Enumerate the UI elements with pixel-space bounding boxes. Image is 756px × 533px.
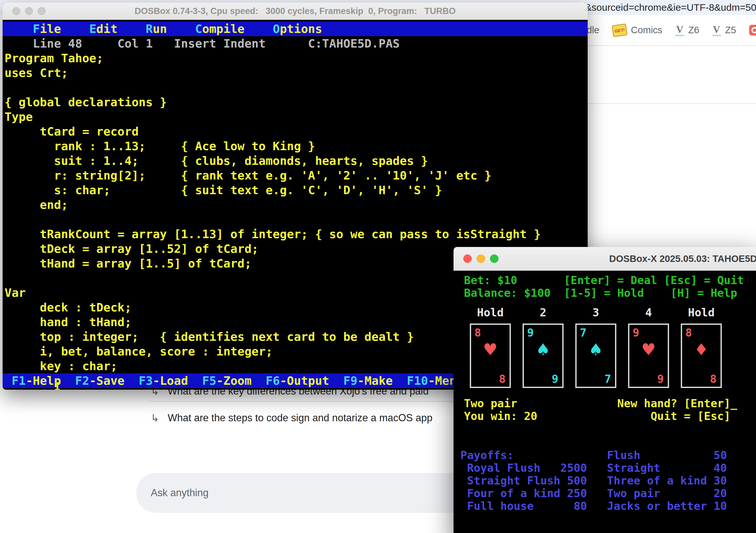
menu-options[interactable]: Options [273,22,322,36]
payoff-table: Payoffs: Flush 50 Royal Flush 2500 Strai… [460,449,727,513]
v-favicon-icon: V [713,24,721,36]
tp-status-line: Line 48 Col 1 Insert Indent C:TAHOE5D.PA… [5,36,400,51]
fkey-f9[interactable]: F9-Make [343,374,393,387]
playing-card-8-hold: 8♦8 [681,323,722,388]
menu-run[interactable]: Run [146,22,167,36]
divider [587,45,756,46]
fkey-f6[interactable]: F6-Output [266,374,329,387]
game-hud: Bet: $10 [Enter] = Deal [Esc] = Quit Bal… [464,274,744,299]
card-slot-label: 2 [523,306,564,319]
divider [587,103,756,104]
bookmark-label: Comics [631,25,662,36]
dosbox-title: DOSBox 0.74-3-3, Cpu speed: 3000 cycles,… [3,3,588,19]
v-favicon-icon: V [675,24,684,36]
card-rank: 9 [552,372,558,385]
bookmark-comics[interactable]: GET!Comics [612,24,662,36]
suit-icon: ♥ [483,340,498,359]
card-rank: 8 [710,372,716,385]
url-text[interactable]: &sourceid=chrome&ie=UTF-8&udm=50& [585,2,756,13]
minimize-button[interactable] [477,254,485,263]
suit-icon: ♠ [589,340,603,359]
playing-card-8-hold: 8♥8 [470,323,511,388]
dosboxx-window: DOSBox-X 2025.05.03: TAHOE5D - Bet: $10 … [453,247,756,533]
related-question-row[interactable]: ↳ What are the steps to code sign and no… [151,412,432,424]
divider [149,401,488,402]
card-rank: 9 [657,372,664,385]
bookmark-z5[interactable]: VZ5 [713,24,736,36]
game-result: Two pair New hand? [Enter]_ You win: 20 … [464,397,737,423]
ask-input[interactable]: Ask anything [136,473,482,513]
card-rank: 7 [605,372,611,385]
playing-card-9-4: 9♥9 [628,323,669,388]
return-arrow-icon: ↳ [151,412,159,424]
zoom-button[interactable] [490,254,499,263]
card-rank: 9 [633,326,639,339]
fkey-f1[interactable]: F1-Help [12,374,61,387]
card-slot-label: 3 [575,306,616,319]
window-controls [463,247,499,270]
suit-icon: ♠ [536,340,551,359]
card-rank: 8 [685,326,692,339]
bookmark-dle[interactable]: dle [587,25,599,36]
bookmark-au[interactable]: Au [749,25,756,36]
dosbox-titlebar[interactable]: DOSBox 0.74-3-3, Cpu speed: 3000 cycles,… [3,3,588,20]
bookmark-label: dle [587,25,599,36]
card-slot-label: Hold [470,306,511,319]
gauge-favicon-icon [749,25,756,36]
close-button[interactable] [463,254,472,263]
card-rank: 8 [499,372,506,385]
bookmark-z6[interactable]: VZ6 [675,24,699,36]
question-text: What are the steps to code sign and nota… [168,412,432,424]
card-rank: 7 [580,326,586,339]
card-rank: 9 [527,326,534,339]
menu-file[interactable]: File [33,22,61,36]
bookmark-label: Z6 [688,25,699,36]
text-cursor-icon: I [54,380,59,390]
playing-card-9-2: 9♠9 [523,323,564,388]
poker-game-screen: Bet: $10 [Enter] = Deal [Esc] = Quit Bal… [453,271,756,533]
playing-card-7-3: 7♠7 [575,323,616,388]
fkey-f3[interactable]: F3-Load [139,374,188,387]
ask-placeholder: Ask anything [151,473,209,513]
fkey-f2[interactable]: F2-Save [75,374,125,387]
card-rank: 8 [474,326,481,339]
dosboxx-title: DOSBox-X 2025.05.03: TAHOE5D - [609,247,756,270]
tp-menu-bar: File Edit Run Compile Options [3,21,588,36]
bookmark-label: Z5 [725,25,736,36]
suit-icon: ♦ [694,340,709,359]
fkey-f5[interactable]: F5-Zoom [202,374,252,387]
card-slot-label: Hold [681,306,722,319]
menu-compile[interactable]: Compile [195,22,245,36]
card-slot-label: 4 [628,306,669,319]
menu-edit[interactable]: Edit [89,22,118,36]
suit-icon: ♥ [641,340,656,359]
comics-sticker-icon: GET! [611,23,627,37]
dosboxx-titlebar[interactable]: DOSBox-X 2025.05.03: TAHOE5D - [453,247,756,271]
desktop: &sourceid=chrome&ie=UTF-8&udm=50& dleGET… [0,0,756,533]
